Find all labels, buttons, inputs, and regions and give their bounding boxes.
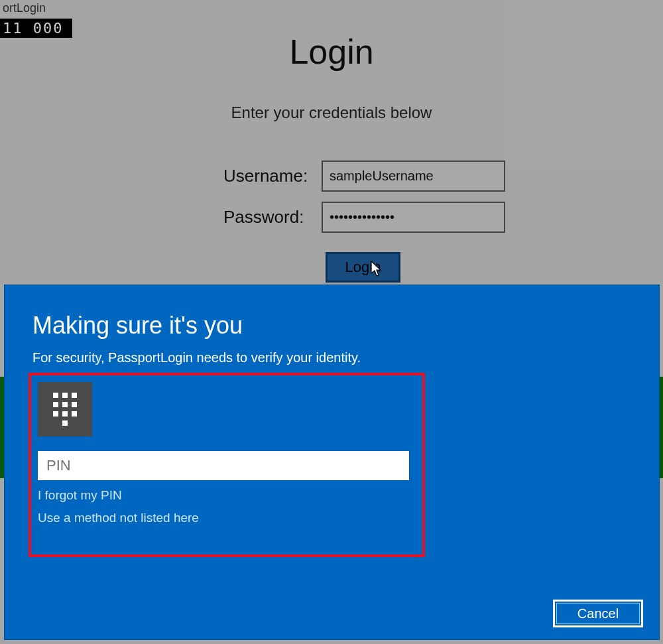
- password-row: Password:: [223, 202, 505, 233]
- window-title: ortLogin: [0, 0, 48, 17]
- pin-section-highlight: I forgot my PIN Use a method not listed …: [29, 373, 425, 557]
- password-input[interactable]: [322, 202, 505, 233]
- username-row: Username:: [223, 161, 505, 192]
- cancel-button[interactable]: Cancel: [553, 600, 643, 627]
- other-method-link[interactable]: Use a method not listed here: [38, 511, 416, 525]
- username-input[interactable]: [322, 161, 505, 192]
- pin-input[interactable]: [38, 451, 409, 480]
- login-button-label: Login: [345, 259, 381, 276]
- hello-subtitle: For security, PassportLogin needs to ver…: [32, 350, 631, 365]
- pin-keypad-icon: [38, 382, 92, 436]
- login-heading: Login: [0, 32, 663, 72]
- login-subheading: Enter your credentials below: [0, 103, 663, 122]
- username-label: Username:: [223, 166, 322, 186]
- forgot-pin-link[interactable]: I forgot my PIN: [38, 488, 416, 503]
- windows-hello-dialog: Making sure it's you For security, Passp…: [4, 285, 660, 640]
- login-button[interactable]: Login: [326, 252, 400, 283]
- password-label: Password:: [223, 207, 322, 227]
- hello-title: Making sure it's you: [32, 312, 631, 340]
- cancel-button-label: Cancel: [577, 606, 619, 621]
